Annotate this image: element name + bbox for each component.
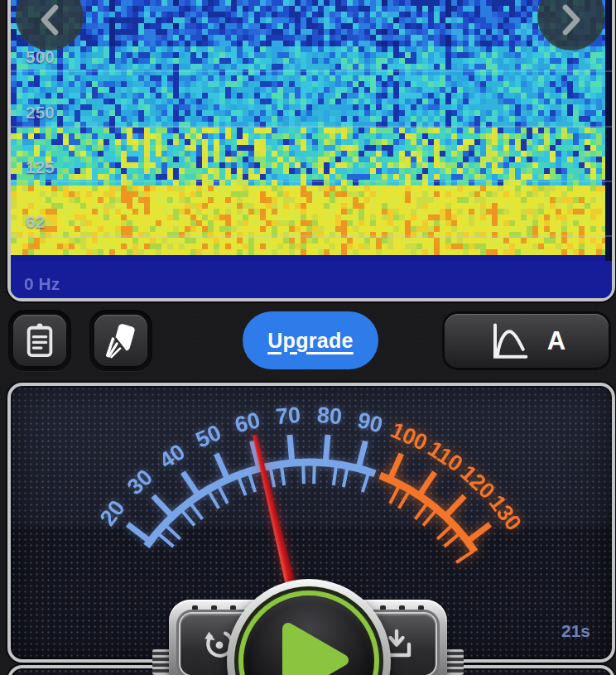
shake-card-icon [102,321,140,359]
frequency-gridline [11,126,612,128]
svg-text:30: 30 [123,465,157,499]
svg-text:90: 90 [355,407,386,438]
notes-button[interactable] [13,315,66,366]
svg-text:130: 130 [484,490,527,535]
shake-card-button-well [89,310,152,371]
svg-text:50: 50 [192,420,225,453]
frequency-tick-label: 250 [26,103,55,123]
frequency-weighting-button[interactable]: A [445,314,609,368]
shake-card-button[interactable] [94,315,147,366]
play-icon [280,619,351,675]
weighting-curve-icon [488,321,529,361]
notes-button-well [8,310,71,371]
frequency-gridline [11,181,612,182]
spectrogram-panel: 50025012562 0 Hz [7,0,615,301]
frequency-tick-label: 125 [26,157,55,177]
frequency-baseline-label: 0 Hz [24,274,60,294]
svg-text:100: 100 [387,417,431,456]
spectrogram-canvas[interactable] [11,0,605,292]
elapsed-time-label: 21s [561,621,590,641]
svg-text:20: 20 [95,495,130,530]
chevron-left-icon [38,2,61,38]
svg-text:40: 40 [155,439,190,474]
upgrade-button-label: Upgrade [267,329,354,353]
clipboard-icon [22,321,57,360]
decibel-meter-app: { "spectrogram": { "baseline_label": "0 … [0,0,616,675]
chevron-right-icon [560,2,583,38]
svg-text:80: 80 [316,403,343,429]
spectrogram-viewport: 50025012562 0 Hz [11,0,612,298]
spectrogram-low-band [11,261,612,298]
frequency-tick-label: 62 [26,212,45,232]
svg-text:60: 60 [233,407,263,438]
upgrade-button[interactable]: Upgrade [243,311,378,369]
frequency-gridline [11,235,612,237]
svg-text:70: 70 [275,403,301,429]
weighting-value-label: A [547,326,565,356]
svg-text:110: 110 [423,436,467,476]
frequency-gridline [11,70,612,72]
